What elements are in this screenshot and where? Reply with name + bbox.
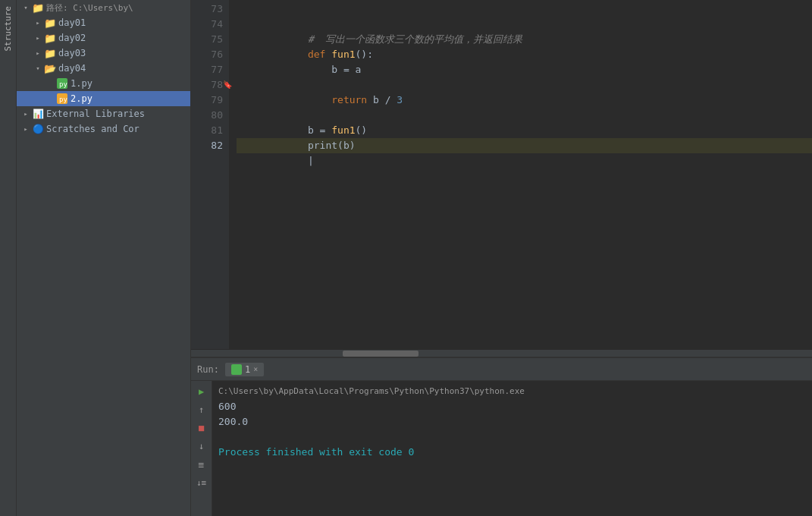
code-line-74: # 写出一个函数求三个数的平均值，并返回结果	[237, 17, 812, 32]
h-scrollbar[interactable]	[191, 349, 812, 357]
code-line-77: 🔖 return b / 3	[237, 62, 812, 77]
ln-77: 77	[191, 62, 223, 77]
kw-return: return	[331, 94, 367, 105]
svg-text:py: py	[59, 80, 67, 88]
ln-81: 81	[191, 123, 223, 138]
ln-79: 79	[191, 93, 223, 108]
run-label: Run:	[197, 364, 219, 375]
run-tab-label: 1	[245, 364, 250, 375]
svg-text:py: py	[59, 96, 67, 103]
run-output[interactable]: C:\Users\by\AppData\Local\Programs\Pytho…	[212, 381, 812, 516]
day04-arrow	[32, 62, 44, 74]
sort-button[interactable]: ↓≡	[194, 475, 209, 490]
day03-label: day03	[58, 48, 86, 58]
line-numbers: 73 74 75 76 77 78 79 80 81 82	[191, 0, 229, 349]
extlib-icon: 📊	[32, 108, 44, 120]
tree-item-scratches[interactable]: 🔵 Scratches and Cor	[17, 121, 190, 137]
day03-arrow	[32, 47, 44, 59]
output-600: 600	[218, 399, 806, 414]
fn-fun1: fun1	[331, 49, 355, 60]
run-tabs-bar: Run: 1 ×	[191, 358, 812, 381]
bookmark-icon-77: 🔖	[223, 77, 232, 93]
ln-78: 78	[191, 77, 223, 93]
1py-icon: py	[56, 77, 68, 90]
tree-item-extlib[interactable]: 📊 External Libraries	[17, 106, 190, 121]
day04-label: day04	[58, 63, 86, 74]
root-folder-icon: 📁	[32, 2, 44, 14]
ln-82: 82	[191, 138, 223, 153]
output-200: 200.0	[218, 414, 806, 429]
extlib-arrow	[20, 108, 32, 120]
scroll-down-button[interactable]: ↓	[194, 439, 209, 454]
run-panel: Run: 1 × ▶ ↑ ■ ↓	[191, 357, 812, 516]
day02-label: day02	[58, 33, 86, 43]
scratches-arrow	[20, 123, 32, 135]
day02-arrow	[32, 32, 44, 44]
code-lines-container[interactable]: 73 74 75 76 77 78 79 80 81 82	[191, 0, 812, 349]
structure-tab[interactable]: Structure	[1, 0, 15, 58]
cursor-82: |	[308, 155, 314, 166]
left-tab-strip: Structure	[0, 0, 17, 516]
day01-label: day01	[58, 17, 86, 28]
root-label: 路径: C:\Users\by\	[46, 2, 133, 14]
tree-root[interactable]: 📁 路径: C:\Users\by\	[17, 0, 190, 15]
scratches-label: Scratches and Cor	[46, 124, 140, 134]
1py-spacer	[44, 77, 56, 90]
kw-def: def	[308, 49, 331, 60]
tree-item-1py[interactable]: py 1.py	[17, 76, 190, 91]
2py-icon: py	[56, 93, 68, 105]
day02-folder-icon: 📁	[44, 32, 56, 44]
day04-folder-icon: 📂	[44, 62, 56, 74]
tree-item-day02[interactable]: 📁 day02	[17, 30, 190, 46]
fn-print: print	[308, 140, 337, 151]
output-path-line: C:\Users\by\AppData\Local\Programs\Pytho…	[218, 384, 806, 399]
day03-folder-icon: 📁	[44, 47, 56, 59]
code-text-area[interactable]: # 写出一个函数求三个数的平均值，并返回结果 def fun1(): b = a…	[229, 0, 812, 349]
num-3: 3	[397, 94, 403, 105]
day01-folder-icon: 📁	[44, 17, 56, 29]
extlib-label: External Libraries	[46, 109, 145, 119]
file-tree-panel: 📁 路径: C:\Users\by\ 📁 day01 📁 day02 📁 day…	[17, 0, 191, 516]
stop-button[interactable]: ■	[194, 420, 209, 436]
comment-74: # 写出一个函数求三个数的平均值，并返回结果	[308, 33, 522, 45]
code-line-80: b = fun1()	[237, 108, 812, 123]
h-scrollbar-thumb[interactable]	[343, 351, 419, 357]
ln-74: 74	[191, 17, 223, 32]
tree-item-day01[interactable]: 📁 day01	[17, 15, 190, 30]
2py-label: 2.py	[71, 93, 92, 104]
run-controls: ▶ ↑ ■ ↓ ≡ ↓≡	[191, 381, 212, 516]
code-line-78	[237, 77, 812, 93]
ln-80: 80	[191, 108, 223, 123]
code-editor: 73 74 75 76 77 78 79 80 81 82	[191, 0, 812, 357]
tree-item-day04[interactable]: 📂 day04	[17, 61, 190, 76]
1py-label: 1.py	[71, 78, 92, 89]
scratches-icon: 🔵	[32, 123, 44, 135]
tree-item-2py[interactable]: py 2.py	[17, 91, 190, 106]
run-tab-close[interactable]: ×	[253, 365, 258, 373]
ln-76: 76	[191, 47, 223, 62]
run-tab-python-icon	[231, 364, 242, 375]
2py-spacer	[44, 93, 56, 105]
code-line-73	[237, 2, 812, 17]
svg-point-4	[233, 366, 240, 373]
tree-item-day03[interactable]: 📁 day03	[17, 46, 190, 61]
play-button[interactable]: ▶	[194, 384, 209, 399]
scroll-up-button[interactable]: ↑	[194, 402, 209, 417]
output-blank	[218, 429, 806, 445]
wrap-button[interactable]: ≡	[194, 457, 209, 472]
run-content: ▶ ↑ ■ ↓ ≡ ↓≡ C:\Users\by\AppData\Local\P…	[191, 381, 812, 516]
root-arrow	[20, 2, 32, 14]
day01-arrow	[32, 17, 44, 29]
output-exit: Process finished with exit code 0	[218, 445, 806, 460]
ln-75: 75	[191, 32, 223, 47]
fn-call-fun1: fun1	[331, 124, 355, 136]
run-tab-1[interactable]: 1 ×	[225, 363, 264, 376]
ln-73: 73	[191, 2, 223, 17]
